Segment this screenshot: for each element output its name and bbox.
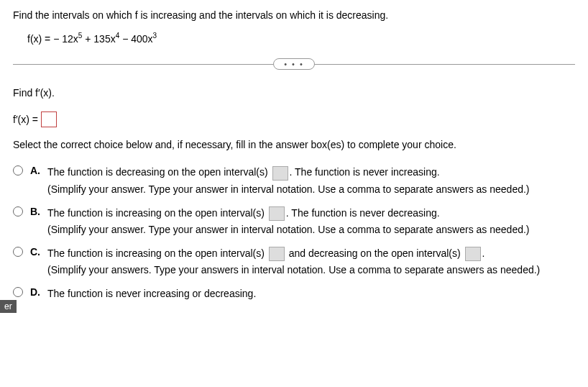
- formula-exp3: 3: [153, 32, 157, 40]
- radio-d[interactable]: [13, 287, 23, 297]
- fprime-label: f′(x) =: [13, 114, 38, 125]
- choice-c-text2: and decreasing on the open interval(s): [286, 247, 464, 259]
- choice-b-text2: . The function is never decreasing.: [286, 207, 440, 219]
- choice-c-text1: The function is increasing on the open i…: [47, 247, 267, 259]
- choice-c-label: C.: [30, 246, 42, 258]
- formula-part: − 400x: [119, 32, 152, 44]
- radio-b[interactable]: [13, 206, 23, 217]
- section-divider: • • •: [13, 58, 575, 70]
- choice-c-input2[interactable]: [465, 247, 481, 261]
- choice-d-content: The function is never increasing or decr…: [47, 286, 575, 301]
- choice-c-content: The function is increasing on the open i…: [47, 246, 575, 278]
- choices-group: A. The function is decreasing on the ope…: [13, 165, 575, 301]
- choice-a-text1: The function is decreasing on the open i…: [47, 166, 271, 178]
- choice-c-hint: (Simplify your answers. Type your answer…: [47, 263, 575, 278]
- choice-a-content: The function is decreasing on the open i…: [47, 165, 575, 196]
- fprime-input[interactable]: [41, 111, 57, 127]
- bottom-tag[interactable]: er: [0, 300, 17, 313]
- choice-b: B. The function is increasing on the ope…: [13, 206, 575, 237]
- select-instruction: Select the correct choice below and, if …: [13, 139, 575, 150]
- divider-line-right: [314, 64, 575, 65]
- choice-b-input[interactable]: [269, 206, 285, 221]
- radio-a[interactable]: [13, 165, 23, 176]
- sub-question: Find f′(x).: [13, 87, 575, 99]
- choice-b-label: B.: [30, 206, 42, 217]
- choice-a: A. The function is decreasing on the ope…: [13, 165, 575, 196]
- choice-c-text3: .: [482, 247, 485, 259]
- choice-d-label: D.: [30, 286, 42, 298]
- expand-pill[interactable]: • • •: [273, 58, 315, 70]
- choice-d-text: The function is never increasing or decr…: [47, 288, 256, 299]
- choice-a-text2: . The function is never increasing.: [290, 166, 440, 178]
- choice-c-input1[interactable]: [269, 247, 285, 261]
- function-formula: f(x) = − 12x5 + 135x4 − 400x3: [27, 32, 575, 45]
- choice-b-hint: (Simplify your answer. Type your answer …: [47, 222, 575, 237]
- radio-c[interactable]: [13, 247, 23, 257]
- choice-a-label: A.: [30, 165, 42, 176]
- choice-b-text1: The function is increasing on the open i…: [47, 207, 267, 219]
- question-intro: Find the intervals on which f is increas…: [13, 9, 575, 23]
- formula-part: + 135x: [82, 32, 115, 44]
- divider-line-left: [13, 64, 274, 65]
- choice-a-hint: (Simplify your answer. Type your answer …: [47, 182, 575, 197]
- choice-c: C. The function is increasing on the ope…: [13, 246, 575, 278]
- choice-d: D. The function is never increasing or d…: [13, 286, 575, 301]
- choice-b-content: The function is increasing on the open i…: [47, 206, 575, 237]
- choice-a-input[interactable]: [272, 166, 288, 181]
- fprime-input-line: f′(x) =: [13, 111, 575, 127]
- formula-part: f(x) = − 12x: [27, 32, 78, 44]
